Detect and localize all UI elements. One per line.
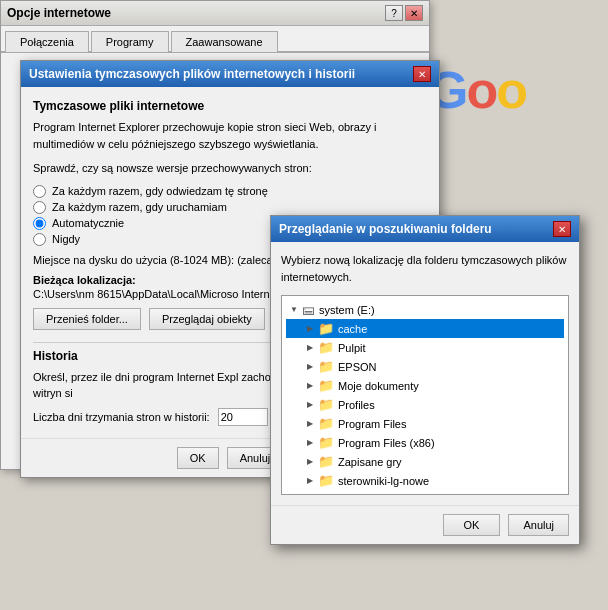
folder-titlebar: Przeglądanie w poszukiwaniu folderu ✕ [271,216,579,242]
temp-files-section-title: Tymczasowe pliki internetowe [33,99,427,113]
close-button[interactable]: ✕ [405,5,423,21]
expand-icon-sterowniki: ▶ [304,475,316,487]
tree-label-pulpit: Pulpit [338,342,366,354]
tree-item-cache[interactable]: ▶ 📁 cache [286,319,564,338]
tree-item-profiles[interactable]: ▶ 📁 Profiles [286,395,564,414]
view-objects-button[interactable]: Przeglądaj obiekty [149,308,265,330]
tree-item-sterowniki[interactable]: ▶ 📁 sterowniki-lg-nowe [286,471,564,490]
radio-every-visit[interactable] [33,185,46,198]
radio-item-2: Za każdym razem, gdy uruchamiam [33,201,427,214]
check-version-label: Sprawdź, czy są nowsze wersje przechowyw… [33,160,427,177]
folder-icon-epson: 📁 [318,359,334,374]
help-button[interactable]: ? [385,5,403,21]
tree-item-program-files-x86[interactable]: ▶ 📁 Program Files (x86) [286,433,564,452]
expand-icon-moje: ▶ [304,380,316,392]
folder-description: Wybierz nową lokalizację dla folderu tym… [281,252,569,285]
tree-label-zg: Zapisane gry [338,456,402,468]
tree-item-system-e[interactable]: ▼ 🖴 system (E:) [286,300,564,319]
folder-icon-sterowniki: 📁 [318,473,334,488]
expand-icon-pfx86: ▶ [304,437,316,449]
google-logo-background: G o o [428,60,588,140]
temp-files-ok-button[interactable]: OK [177,447,219,469]
tree-item-epson[interactable]: ▶ 📁 EPSON [286,357,564,376]
radio-never[interactable] [33,233,46,246]
temp-files-title: Ustawienia tymczasowych plików interneto… [29,67,355,81]
tree-item-zapisane-gry[interactable]: ▶ 📁 Zapisane gry [286,452,564,471]
internet-options-titlebar: Opcje internetowe ? ✕ [1,1,429,26]
expand-icon-system-e: ▼ [288,304,300,316]
folder-icon-cache: 📁 [318,321,334,336]
tree-label-system-e: system (E:) [319,304,375,316]
folder-icon-profiles: 📁 [318,397,334,412]
folder-icon-moje: 📁 [318,378,334,393]
temp-files-close-button[interactable]: ✕ [413,66,431,82]
expand-icon-pf: ▶ [304,418,316,430]
radio-item-1: Za każdym razem, gdy odwiedzam tę stronę [33,185,427,198]
radio-every-start[interactable] [33,201,46,214]
folder-dialog-content: Wybierz nową lokalizację dla folderu tym… [271,242,579,505]
days-label: Liczba dni trzymania stron w historii: [33,411,210,423]
tab-advanced[interactable]: Zaawansowane [171,31,278,52]
tab-programs[interactable]: Programy [91,31,169,52]
window-controls: ? ✕ [385,5,423,21]
folder-footer: OK Anuluj [271,505,579,544]
tree-label-epson: EPSON [338,361,377,373]
radio-label-2: Za każdym razem, gdy uruchamiam [52,201,227,213]
google-o2: o [496,60,526,120]
radio-label-3: Automatycznie [52,217,124,229]
folder-tree[interactable]: ▼ 🖴 system (E:) ▶ 📁 cache ▶ 📁 Pulpit [281,295,569,495]
temp-files-titlebar: Ustawienia tymczasowych plików interneto… [21,61,439,87]
radio-label-4: Nigdy [52,233,80,245]
expand-icon-zg: ▶ [304,456,316,468]
drive-icon-system-e: 🖴 [302,302,315,317]
tree-item-moje-dokumenty[interactable]: ▶ 📁 Moje dokumenty [286,376,564,395]
days-input[interactable] [218,408,268,426]
radio-label-1: Za każdym razem, gdy odwiedzam tę stronę [52,185,268,197]
expand-icon-epson: ▶ [304,361,316,373]
tree-label-profiles: Profiles [338,399,375,411]
tree-label-pf: Program Files [338,418,406,430]
expand-icon-profiles: ▶ [304,399,316,411]
folder-icon-pf: 📁 [318,416,334,431]
tree-item-pulpit[interactable]: ▶ 📁 Pulpit [286,338,564,357]
tree-label-cache: cache [338,323,367,335]
tree-label-pfx86: Program Files (x86) [338,437,435,449]
folder-icon-pulpit: 📁 [318,340,334,355]
folder-close-button[interactable]: ✕ [553,221,571,237]
tree-label-moje: Moje dokumenty [338,380,419,392]
tab-bar: Połączenia Programy Zaawansowane [1,26,429,53]
expand-icon-cache: ▶ [304,323,316,335]
expand-icon-pulpit: ▶ [304,342,316,354]
folder-icon-zg: 📁 [318,454,334,469]
tree-item-program-files[interactable]: ▶ 📁 Program Files [286,414,564,433]
google-letters: G o o [428,60,588,120]
folder-browse-title: Przeglądanie w poszukiwaniu folderu [279,222,492,236]
folder-ok-button[interactable]: OK [443,514,501,536]
tab-connections[interactable]: Połączenia [5,31,89,52]
radio-automatic[interactable] [33,217,46,230]
folder-cancel-button[interactable]: Anuluj [508,514,569,536]
temp-files-description: Program Internet Explorer przechowuje ko… [33,119,427,152]
tree-label-sterowniki: sterowniki-lg-nowe [338,475,429,487]
move-folder-button[interactable]: Przenieś folder... [33,308,141,330]
folder-icon-pfx86: 📁 [318,435,334,450]
folder-browse-dialog: Przeglądanie w poszukiwaniu folderu ✕ Wy… [270,215,580,545]
google-o1: o [466,60,496,120]
internet-options-title: Opcje internetowe [7,6,111,20]
